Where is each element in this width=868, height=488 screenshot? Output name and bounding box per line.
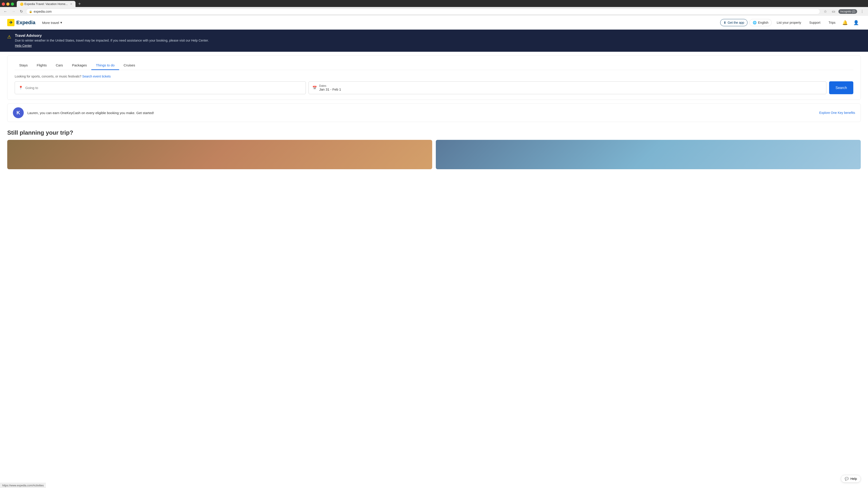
incognito-btn[interactable]: Incognito (2): [838, 9, 857, 14]
tab-packages[interactable]: Packages: [67, 61, 91, 70]
language-btn[interactable]: 🌐 English: [749, 19, 772, 26]
browser-nav: ← → ↻ 🔒 expedia.com ☆ ▭ Incognito (2) ⋮: [0, 7, 868, 16]
account-btn[interactable]: 👤: [851, 19, 861, 27]
more-options-btn[interactable]: ⋮: [859, 8, 866, 14]
advisory-text: Due to winter weather in the United Stat…: [15, 39, 209, 42]
dates-field[interactable]: 📅 Dates Jan 31 - Feb 1: [309, 81, 827, 94]
browser-tabs: 🟡 Expedia Travel: Vacation Home... ✕ +: [0, 0, 868, 7]
person-icon: 👤: [853, 20, 859, 25]
tab-things-to-do[interactable]: Things to do: [91, 61, 119, 70]
advisory-banner: ⚠ Travel Advisory Due to winter weather …: [0, 30, 868, 52]
location-icon: 📍: [19, 86, 23, 90]
search-event-tickets-link[interactable]: Search event tickets: [82, 74, 111, 78]
advisory-title: Travel Advisory: [15, 34, 209, 38]
onekey-avatar: K: [13, 107, 24, 118]
sidebar-btn[interactable]: ▭: [830, 8, 837, 14]
support-btn[interactable]: Support: [806, 19, 824, 26]
onekey-message: Lauren, you can earn OneKeyCash on every…: [27, 111, 815, 115]
main-search: Stays Flights Cars Packages Things to do…: [7, 55, 861, 100]
tab-cruises[interactable]: Cruises: [119, 61, 140, 70]
reload-btn[interactable]: ↻: [19, 8, 24, 14]
planning-cards: [7, 140, 861, 169]
get-app-label: Get the app: [727, 21, 744, 24]
tab-title: Expedia Travel: Vacation Home...: [24, 2, 68, 6]
onekey-banner: K Lauren, you can earn OneKeyCash on eve…: [7, 103, 861, 122]
header-actions: ⬇ Get the app 🌐 English List your proper…: [720, 19, 861, 27]
calendar-icon: 📅: [312, 86, 317, 90]
window-close-btn[interactable]: [2, 2, 5, 6]
search-row: 📍 📅 Dates Jan 31 - Feb 1 Search: [15, 81, 853, 94]
dates-label: Dates Jan 31 - Feb 1: [319, 84, 341, 91]
tab-stays[interactable]: Stays: [15, 61, 32, 70]
planning-section: Still planning your trip?: [0, 126, 868, 173]
logo-area[interactable]: ✈ Expedia: [7, 19, 35, 26]
trips-btn[interactable]: Trips: [825, 19, 839, 26]
tab-flights[interactable]: Flights: [32, 61, 51, 70]
window-maximize-btn[interactable]: [11, 2, 14, 6]
forward-btn[interactable]: →: [10, 8, 17, 14]
more-travel-btn[interactable]: More travel ▾: [40, 19, 64, 26]
globe-icon: 🌐: [753, 21, 756, 24]
list-property-btn[interactable]: List your property: [774, 19, 804, 26]
explore-onekey-link[interactable]: Explore One Key benefits: [819, 111, 855, 115]
back-btn[interactable]: ←: [2, 8, 8, 14]
planning-card-1-image: [7, 140, 432, 169]
download-icon: ⬇: [723, 21, 726, 24]
window-controls: [2, 2, 14, 6]
warning-icon: ⚠: [7, 34, 11, 39]
planning-title: Still planning your trip?: [7, 129, 861, 136]
window-minimize-btn[interactable]: [6, 2, 9, 6]
planning-card-1[interactable]: [7, 140, 432, 169]
dates-value-text: Jan 31 - Feb 1: [319, 88, 341, 91]
event-ticket-prompt: Looking for sports, concerts, or music f…: [15, 74, 82, 78]
search-tabs: Stays Flights Cars Packages Things to do…: [15, 61, 853, 70]
advisory-content: Travel Advisory Due to winter weather in…: [15, 34, 209, 48]
going-to-input[interactable]: [25, 86, 302, 90]
get-app-btn[interactable]: ⬇ Get the app: [720, 19, 747, 26]
search-button[interactable]: Search: [829, 81, 853, 94]
planning-card-2-image: [436, 140, 861, 169]
more-travel-label: More travel: [42, 21, 59, 25]
bookmark-btn[interactable]: ☆: [822, 8, 829, 14]
browser-chrome: 🟡 Expedia Travel: Vacation Home... ✕ + ←…: [0, 0, 868, 16]
tab-favicon: 🟡: [20, 2, 23, 6]
expedia-logo-icon: ✈: [7, 19, 14, 26]
bell-icon: 🔔: [842, 20, 848, 25]
notifications-btn[interactable]: 🔔: [840, 19, 850, 27]
site-header: ✈ Expedia More travel ▾ ⬇ Get the app 🌐 …: [0, 16, 868, 30]
help-center-link[interactable]: Help Center: [15, 44, 32, 47]
language-label: English: [758, 21, 768, 24]
new-tab-btn[interactable]: +: [76, 1, 83, 6]
url-text: expedia.com: [34, 10, 52, 13]
nav-actions: ☆ ▭ Incognito (2) ⋮: [822, 8, 866, 14]
tab-close-btn[interactable]: ✕: [70, 2, 72, 6]
page-content: ✈ Expedia More travel ▾ ⬇ Get the app 🌐 …: [0, 16, 868, 173]
tab-cars[interactable]: Cars: [51, 61, 68, 70]
lock-icon: 🔒: [29, 10, 32, 13]
event-ticket-line: Looking for sports, concerts, or music f…: [15, 74, 853, 78]
browser-tab-expedia[interactable]: 🟡 Expedia Travel: Vacation Home... ✕: [17, 1, 75, 7]
expedia-logo-text: Expedia: [16, 20, 35, 26]
planning-card-2[interactable]: [436, 140, 861, 169]
dates-title-text: Dates: [319, 84, 341, 88]
going-to-field[interactable]: 📍: [15, 81, 306, 94]
address-bar[interactable]: 🔒 expedia.com: [26, 8, 820, 14]
chevron-down-icon: ▾: [60, 21, 62, 25]
